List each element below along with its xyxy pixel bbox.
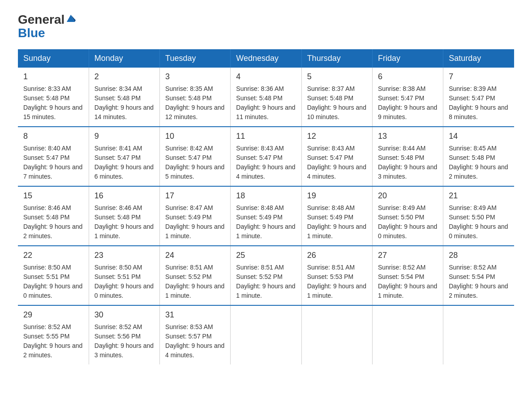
day-number: 8 xyxy=(23,132,83,141)
calendar-cell: 31 Sunrise: 8:53 AM Sunset: 5:57 PM Dayl… xyxy=(160,305,231,364)
day-info: Sunrise: 8:43 AM Sunset: 5:47 PM Dayligh… xyxy=(307,144,367,181)
calendar-table: SundayMondayTuesdayWednesdayThursdayFrid… xyxy=(18,49,514,364)
day-info: Sunrise: 8:52 AM Sunset: 5:54 PM Dayligh… xyxy=(378,263,438,300)
calendar-cell: 13 Sunrise: 8:44 AM Sunset: 5:48 PM Dayl… xyxy=(372,127,443,186)
day-number: 6 xyxy=(378,72,438,81)
day-number: 7 xyxy=(449,72,509,81)
calendar-cell: 14 Sunrise: 8:45 AM Sunset: 5:48 PM Dayl… xyxy=(443,127,514,186)
day-number: 26 xyxy=(307,251,367,260)
calendar-cell: 12 Sunrise: 8:43 AM Sunset: 5:47 PM Dayl… xyxy=(301,127,372,186)
calendar-cell: 18 Sunrise: 8:48 AM Sunset: 5:49 PM Dayl… xyxy=(231,186,301,246)
weekday-header-tuesday: Tuesday xyxy=(160,49,231,68)
calendar-cell: 17 Sunrise: 8:47 AM Sunset: 5:49 PM Dayl… xyxy=(160,186,231,246)
day-number: 11 xyxy=(236,132,296,141)
day-info: Sunrise: 8:43 AM Sunset: 5:47 PM Dayligh… xyxy=(236,144,296,181)
day-number: 29 xyxy=(23,310,83,320)
day-number: 22 xyxy=(23,251,83,260)
day-info: Sunrise: 8:45 AM Sunset: 5:48 PM Dayligh… xyxy=(449,144,509,181)
weekday-header-row: SundayMondayTuesdayWednesdayThursdayFrid… xyxy=(18,49,514,68)
calendar-week-2: 8 Sunrise: 8:40 AM Sunset: 5:47 PM Dayli… xyxy=(18,127,514,186)
day-number: 4 xyxy=(236,72,296,81)
day-info: Sunrise: 8:38 AM Sunset: 5:47 PM Dayligh… xyxy=(378,84,438,122)
calendar-cell xyxy=(443,305,514,364)
day-info: Sunrise: 8:48 AM Sunset: 5:49 PM Dayligh… xyxy=(236,203,296,241)
day-number: 17 xyxy=(165,191,225,201)
calendar-cell: 5 Sunrise: 8:37 AM Sunset: 5:48 PM Dayli… xyxy=(301,68,372,127)
day-number: 27 xyxy=(378,251,438,260)
calendar-cell: 3 Sunrise: 8:35 AM Sunset: 5:48 PM Dayli… xyxy=(160,68,231,127)
calendar-cell xyxy=(231,305,301,364)
calendar-cell: 27 Sunrise: 8:52 AM Sunset: 5:54 PM Dayl… xyxy=(372,246,443,305)
calendar-cell: 24 Sunrise: 8:51 AM Sunset: 5:52 PM Dayl… xyxy=(160,246,231,305)
day-info: Sunrise: 8:50 AM Sunset: 5:51 PM Dayligh… xyxy=(94,263,154,300)
day-number: 13 xyxy=(378,132,438,141)
calendar-cell: 16 Sunrise: 8:46 AM Sunset: 5:48 PM Dayl… xyxy=(89,186,159,246)
day-info: Sunrise: 8:51 AM Sunset: 5:52 PM Dayligh… xyxy=(236,263,296,300)
day-number: 30 xyxy=(94,310,154,320)
logo-blue: Blue xyxy=(18,26,45,40)
day-number: 5 xyxy=(307,72,367,81)
calendar-cell: 30 Sunrise: 8:52 AM Sunset: 5:56 PM Dayl… xyxy=(89,305,159,364)
day-number: 12 xyxy=(307,132,367,141)
calendar-week-3: 15 Sunrise: 8:46 AM Sunset: 5:48 PM Dayl… xyxy=(18,186,514,246)
calendar-cell: 23 Sunrise: 8:50 AM Sunset: 5:51 PM Dayl… xyxy=(89,246,159,305)
weekday-header-monday: Monday xyxy=(89,49,159,68)
day-number: 25 xyxy=(236,251,296,260)
day-info: Sunrise: 8:39 AM Sunset: 5:47 PM Dayligh… xyxy=(449,84,509,122)
logo-general: General xyxy=(18,13,64,26)
day-number: 24 xyxy=(165,251,225,260)
calendar-cell: 6 Sunrise: 8:38 AM Sunset: 5:47 PM Dayli… xyxy=(372,68,443,127)
logo: General Blue xyxy=(18,13,76,40)
day-number: 21 xyxy=(449,191,509,201)
calendar-cell: 22 Sunrise: 8:50 AM Sunset: 5:51 PM Dayl… xyxy=(18,246,89,305)
day-number: 16 xyxy=(94,191,154,201)
day-number: 18 xyxy=(236,191,296,201)
day-info: Sunrise: 8:44 AM Sunset: 5:48 PM Dayligh… xyxy=(378,144,438,181)
day-info: Sunrise: 8:37 AM Sunset: 5:48 PM Dayligh… xyxy=(307,84,367,122)
calendar-cell: 29 Sunrise: 8:52 AM Sunset: 5:55 PM Dayl… xyxy=(18,305,89,364)
day-number: 15 xyxy=(23,191,83,201)
weekday-header-saturday: Saturday xyxy=(443,49,514,68)
weekday-header-friday: Friday xyxy=(372,49,443,68)
day-info: Sunrise: 8:48 AM Sunset: 5:49 PM Dayligh… xyxy=(307,203,367,241)
day-info: Sunrise: 8:50 AM Sunset: 5:51 PM Dayligh… xyxy=(23,263,83,300)
day-info: Sunrise: 8:35 AM Sunset: 5:48 PM Dayligh… xyxy=(165,84,225,122)
day-number: 10 xyxy=(165,132,225,141)
day-info: Sunrise: 8:49 AM Sunset: 5:50 PM Dayligh… xyxy=(378,203,438,241)
calendar-cell: 19 Sunrise: 8:48 AM Sunset: 5:49 PM Dayl… xyxy=(301,186,372,246)
page-header: General Blue xyxy=(18,13,514,40)
calendar-cell: 21 Sunrise: 8:49 AM Sunset: 5:50 PM Dayl… xyxy=(443,186,514,246)
calendar-week-1: 1 Sunrise: 8:33 AM Sunset: 5:48 PM Dayli… xyxy=(18,68,514,127)
day-number: 9 xyxy=(94,132,154,141)
day-info: Sunrise: 8:34 AM Sunset: 5:48 PM Dayligh… xyxy=(94,84,154,122)
calendar-cell: 25 Sunrise: 8:51 AM Sunset: 5:52 PM Dayl… xyxy=(231,246,301,305)
day-number: 20 xyxy=(378,191,438,201)
weekday-header-sunday: Sunday xyxy=(18,49,89,68)
calendar-cell: 4 Sunrise: 8:36 AM Sunset: 5:48 PM Dayli… xyxy=(231,68,301,127)
day-number: 31 xyxy=(165,310,225,320)
calendar-cell xyxy=(372,305,443,364)
day-info: Sunrise: 8:47 AM Sunset: 5:49 PM Dayligh… xyxy=(165,203,225,241)
day-number: 23 xyxy=(94,251,154,260)
day-number: 2 xyxy=(94,72,154,81)
calendar-cell: 11 Sunrise: 8:43 AM Sunset: 5:47 PM Dayl… xyxy=(231,127,301,186)
calendar-cell: 2 Sunrise: 8:34 AM Sunset: 5:48 PM Dayli… xyxy=(89,68,159,127)
calendar-cell: 26 Sunrise: 8:51 AM Sunset: 5:53 PM Dayl… xyxy=(301,246,372,305)
day-info: Sunrise: 8:52 AM Sunset: 5:54 PM Dayligh… xyxy=(449,263,509,300)
day-info: Sunrise: 8:36 AM Sunset: 5:48 PM Dayligh… xyxy=(236,84,296,122)
calendar-cell: 8 Sunrise: 8:40 AM Sunset: 5:47 PM Dayli… xyxy=(18,127,89,186)
weekday-header-thursday: Thursday xyxy=(301,49,372,68)
day-info: Sunrise: 8:51 AM Sunset: 5:53 PM Dayligh… xyxy=(307,263,367,300)
calendar-cell: 20 Sunrise: 8:49 AM Sunset: 5:50 PM Dayl… xyxy=(372,186,443,246)
calendar-cell: 7 Sunrise: 8:39 AM Sunset: 5:47 PM Dayli… xyxy=(443,68,514,127)
day-number: 3 xyxy=(165,72,225,81)
day-number: 1 xyxy=(23,72,83,81)
calendar-cell: 28 Sunrise: 8:52 AM Sunset: 5:54 PM Dayl… xyxy=(443,246,514,305)
calendar-cell: 15 Sunrise: 8:46 AM Sunset: 5:48 PM Dayl… xyxy=(18,186,89,246)
day-number: 28 xyxy=(449,251,509,260)
weekday-header-wednesday: Wednesday xyxy=(231,49,301,68)
day-info: Sunrise: 8:49 AM Sunset: 5:50 PM Dayligh… xyxy=(449,203,509,241)
day-info: Sunrise: 8:33 AM Sunset: 5:48 PM Dayligh… xyxy=(23,84,83,122)
day-info: Sunrise: 8:41 AM Sunset: 5:47 PM Dayligh… xyxy=(94,144,154,181)
day-info: Sunrise: 8:51 AM Sunset: 5:52 PM Dayligh… xyxy=(165,263,225,300)
